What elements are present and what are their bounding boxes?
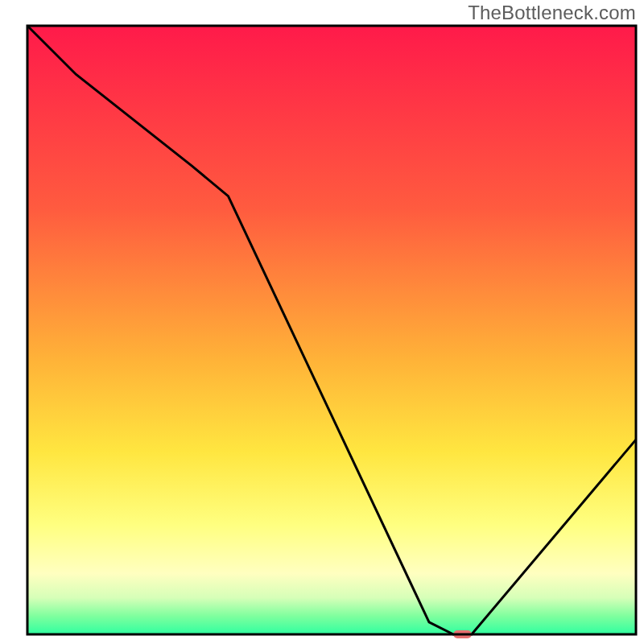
plot-background (27, 26, 636, 634)
bottleneck-chart (0, 0, 644, 644)
chart-frame: TheBottleneck.com (0, 0, 644, 644)
